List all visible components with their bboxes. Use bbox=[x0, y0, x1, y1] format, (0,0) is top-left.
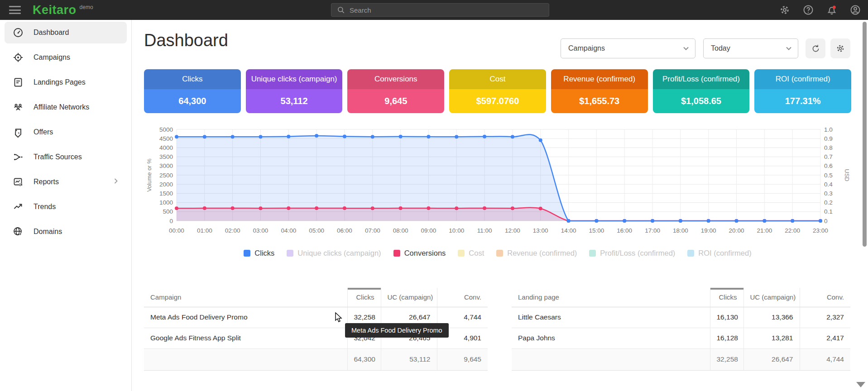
column-header-uc-campaign-[interactable]: UC (campaign) bbox=[743, 288, 800, 307]
stat-card-label: Unique clicks (campaign) bbox=[246, 69, 343, 89]
row-name-cell[interactable]: Papa Johns bbox=[512, 328, 710, 348]
column-header-landing-page[interactable]: Landing page bbox=[512, 288, 710, 307]
stat-card-revenue-confirmed-[interactable]: Revenue (confirmed)$1,655.73 bbox=[551, 69, 648, 113]
svg-text:0: 0 bbox=[169, 218, 173, 224]
totals-row: 32,25826,6474,744 bbox=[512, 348, 850, 370]
sidebar-item-landings-pages[interactable]: Landings Pages bbox=[5, 72, 127, 93]
speedometer-icon bbox=[13, 27, 24, 38]
sidebar-item-dashboard[interactable]: Dashboard bbox=[5, 22, 127, 43]
total-cell: 53,112 bbox=[381, 348, 437, 370]
legend-item-revenue-confirmed-[interactable]: Revenue (confirmed) bbox=[496, 249, 577, 257]
scrollbar-thumb[interactable] bbox=[863, 22, 867, 247]
svg-text:17:00: 17:00 bbox=[645, 227, 660, 234]
column-header-campaign[interactable]: Campaign bbox=[144, 288, 347, 307]
scroll-down-indicator[interactable] bbox=[856, 382, 865, 387]
legend-item-profit-loss-confirmed-[interactable]: Profit/Loss (confirmed) bbox=[589, 249, 675, 257]
refresh-button[interactable] bbox=[806, 38, 825, 58]
svg-text:0.6: 0.6 bbox=[824, 162, 833, 169]
menu-toggle-icon[interactable] bbox=[9, 6, 21, 14]
total-cell: 64,300 bbox=[347, 348, 381, 370]
svg-text:0.8: 0.8 bbox=[824, 144, 833, 151]
svg-text:0.7: 0.7 bbox=[824, 153, 833, 160]
legend-item-cost[interactable]: Cost bbox=[458, 249, 484, 257]
sidebar-item-traffic-sources[interactable]: Traffic Sources bbox=[5, 146, 127, 168]
column-header-clicks[interactable]: Clicks bbox=[347, 288, 381, 307]
sidebar-item-domains[interactable]: Domains bbox=[5, 221, 127, 243]
stat-card-unique-clicks-campaign-[interactable]: Unique clicks (campaign)53,112 bbox=[246, 69, 343, 113]
sidebar-item-label: Domains bbox=[34, 228, 62, 236]
svg-text:0.5: 0.5 bbox=[824, 172, 833, 179]
svg-text:01:00: 01:00 bbox=[197, 227, 212, 234]
svg-text:02:00: 02:00 bbox=[225, 227, 240, 234]
svg-text:USD: USD bbox=[844, 169, 850, 181]
legend-item-conversions[interactable]: Conversions bbox=[393, 249, 446, 257]
stat-card-clicks[interactable]: Clicks64,300 bbox=[144, 69, 241, 113]
sidebar-item-label: Landings Pages bbox=[34, 78, 86, 86]
settings-icon[interactable] bbox=[779, 5, 790, 15]
column-header-uc-campaign-[interactable]: UC (campaign) bbox=[381, 288, 437, 307]
legend-swatch bbox=[496, 250, 503, 257]
row-name-cell[interactable]: Google Ads Fitness App Split bbox=[144, 328, 347, 348]
legend-swatch bbox=[393, 250, 400, 257]
svg-text:1.0: 1.0 bbox=[824, 126, 833, 133]
svg-text:03:00: 03:00 bbox=[253, 227, 269, 234]
date-range-select[interactable]: Today bbox=[703, 38, 798, 58]
search-input[interactable] bbox=[350, 6, 549, 14]
dashboard-settings-button[interactable] bbox=[830, 38, 850, 58]
page-title: Dashboard bbox=[144, 31, 228, 50]
stat-card-label: Clicks bbox=[144, 69, 241, 89]
legend-item-roi-confirmed-[interactable]: ROI (confirmed) bbox=[687, 249, 751, 257]
legend-label: Conversions bbox=[404, 249, 446, 257]
svg-text:1000: 1000 bbox=[159, 199, 173, 206]
sidebar-item-campaigns[interactable]: Campaigns bbox=[5, 47, 127, 68]
svg-text:4000: 4000 bbox=[159, 144, 173, 151]
row-value-cell: 13,281 bbox=[743, 328, 800, 348]
column-header-conv-[interactable]: Conv. bbox=[437, 288, 488, 307]
stat-card-cost[interactable]: Cost$597.0760 bbox=[449, 69, 546, 113]
svg-text:0.1: 0.1 bbox=[824, 208, 833, 215]
sidebar-item-trends[interactable]: Trends bbox=[5, 196, 127, 218]
sidebar-item-label: Offers bbox=[34, 128, 53, 136]
svg-text:23:00: 23:00 bbox=[813, 227, 828, 234]
logo-demo-badge: demo bbox=[80, 4, 93, 10]
column-header-conv-[interactable]: Conv. bbox=[800, 288, 850, 307]
table-row[interactable]: Papa Johns16,12813,2812,417 bbox=[512, 328, 850, 348]
total-cell: 9,645 bbox=[437, 348, 488, 370]
column-header-clicks[interactable]: Clicks bbox=[710, 288, 743, 307]
totals-row: 64,30053,1129,645 bbox=[144, 348, 488, 370]
chart-legend: ClicksUnique clicks (campaign)Conversion… bbox=[144, 249, 851, 257]
sidebar-item-label: Reports bbox=[34, 178, 59, 186]
svg-text:06:00: 06:00 bbox=[337, 227, 352, 234]
stat-card-profit-loss-confirmed-[interactable]: Profit/Loss (confirmed)$1,058.65 bbox=[653, 69, 750, 113]
total-cell: 4,744 bbox=[800, 348, 850, 370]
legend-swatch bbox=[458, 250, 465, 257]
row-name-cell[interactable]: Little Caesars bbox=[512, 307, 710, 328]
stat-card-roi-confirmed-[interactable]: ROI (confirmed)177.31% bbox=[754, 69, 851, 113]
stat-card-label: Profit/Loss (confirmed) bbox=[653, 69, 750, 89]
row-value-cell: 2,327 bbox=[800, 307, 850, 328]
mouse-cursor bbox=[335, 312, 345, 323]
table-row[interactable]: Little Caesars16,13013,3662,327 bbox=[512, 307, 850, 328]
stat-card-value: $1,058.65 bbox=[653, 89, 750, 113]
help-icon[interactable] bbox=[803, 5, 814, 15]
chevron-down-icon bbox=[682, 45, 690, 52]
row-name-cell[interactable]: Meta Ads Food Delivery Promo bbox=[144, 307, 347, 328]
legend-label: Revenue (confirmed) bbox=[507, 249, 577, 257]
svg-text:07:00: 07:00 bbox=[365, 227, 380, 234]
legend-label: Clicks bbox=[254, 249, 274, 257]
sidebar-item-offers[interactable]: sOffers bbox=[5, 121, 127, 143]
legend-item-clicks[interactable]: Clicks bbox=[244, 249, 274, 257]
stat-card-conversions[interactable]: Conversions9,645 bbox=[347, 69, 444, 113]
row-value-cell: 13,366 bbox=[743, 307, 800, 328]
svg-text:0.9: 0.9 bbox=[824, 135, 833, 142]
svg-text:21:00: 21:00 bbox=[757, 227, 772, 234]
legend-item-unique-clicks-campaign-[interactable]: Unique clicks (campaign) bbox=[287, 249, 381, 257]
svg-text:5000: 5000 bbox=[159, 126, 173, 133]
notifications-icon[interactable] bbox=[826, 5, 837, 15]
sidebar-item-reports[interactable]: Reports bbox=[5, 171, 127, 193]
group-select[interactable]: Campaigns bbox=[561, 38, 695, 58]
sidebar-item-affiliate-networks[interactable]: Affiliate Networks bbox=[5, 96, 127, 118]
svg-text:15:00: 15:00 bbox=[589, 227, 604, 234]
account-icon[interactable] bbox=[850, 5, 861, 15]
search-box[interactable] bbox=[331, 3, 549, 17]
